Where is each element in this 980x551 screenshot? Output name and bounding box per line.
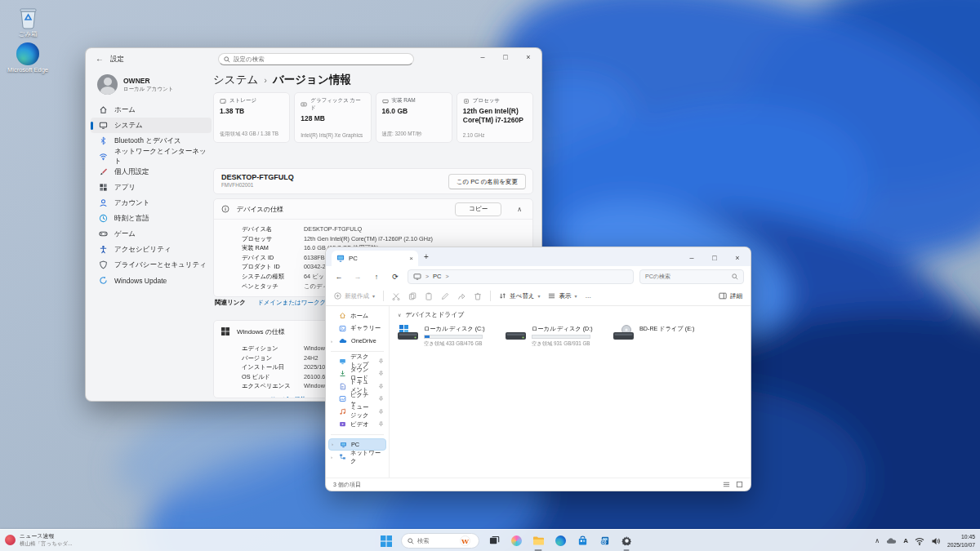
sidebar-item-music[interactable]: ミュージック (328, 406, 386, 419)
update-icon (99, 276, 108, 285)
drive-e-item[interactable]: BD-RE ドライブ (E:) (613, 325, 710, 348)
breadcrumb-pc[interactable]: PC (433, 273, 441, 280)
plus-circle-icon (334, 292, 341, 300)
explorer-minimize-button[interactable]: – (680, 249, 703, 267)
explorer-search-input[interactable] (645, 273, 728, 279)
storage-icon (220, 98, 226, 104)
settings-minimize-button[interactable]: – (471, 48, 494, 66)
breadcrumb-parent[interactable]: システム (213, 73, 258, 87)
desktop-icon-recycle-bin[interactable]: ごみ箱 (2, 5, 54, 38)
task-view-button[interactable] (487, 530, 501, 551)
settings-button[interactable] (619, 530, 634, 551)
view-button[interactable]: 表示 ▾ (548, 292, 577, 300)
tray-chevron-up-icon[interactable]: ∧ (875, 537, 880, 544)
sort-button[interactable]: 並べ替え ▾ (499, 292, 540, 300)
explorer-tab-pc[interactable]: PC × (332, 251, 418, 266)
copy-button[interactable]: コピー (455, 202, 501, 216)
new-tab-button[interactable]: + (424, 252, 429, 261)
explorer-search-box[interactable] (639, 269, 744, 284)
clock[interactable]: 10:45 2025/10/07 (947, 533, 975, 548)
explorer-toolbar: 新規作成 ▾ 並べ替え ▾ 表示 ▾ … 詳細 (326, 287, 751, 306)
sidebar-item-apps[interactable]: アプリ (91, 180, 212, 195)
chevron-right-icon: > (446, 273, 449, 279)
back-button[interactable]: ← (96, 54, 104, 63)
drive-c-item[interactable]: ローカル ディスク (C:) 空き領域 433 GB/476 GB (398, 325, 494, 348)
settings-nav: ホーム システム Bluetooth とデバイス ネットワークとインターネット … (91, 102, 212, 288)
caret-down-icon: ▾ (574, 293, 577, 299)
sidebar-item-privacy-security[interactable]: プライバシーとセキュリティ (91, 257, 212, 273)
copilot-button[interactable] (509, 530, 523, 551)
volume-tray-icon[interactable] (931, 537, 941, 545)
copy-icon[interactable] (408, 292, 416, 300)
pin-icon (378, 371, 384, 376)
edge-button[interactable] (553, 530, 568, 551)
nav-refresh-button[interactable]: ⟳ (389, 273, 402, 281)
sidebar-item-onedrive[interactable]: ›OneDrive (328, 335, 386, 348)
details-pane-button[interactable]: 詳細 (719, 292, 742, 300)
desktop-icon-edge[interactable]: Microsoft Edge (2, 42, 54, 73)
sidebar-item-accounts[interactable]: アカウント (91, 195, 212, 211)
search-highlight-icon: W (460, 535, 470, 546)
nav-back-button[interactable]: ← (332, 273, 345, 281)
tray-time: 10:45 (947, 533, 975, 540)
settings-search-box[interactable] (218, 53, 414, 65)
sidebar-item-personalization[interactable]: 個人用設定 (91, 164, 212, 180)
sidebar-item-label: ゲーム (114, 229, 136, 239)
thumbnail-view-icon[interactable] (736, 481, 743, 488)
cut-icon[interactable] (392, 292, 400, 300)
ime-indicator[interactable]: A (903, 537, 908, 544)
caret-down-icon: ▾ (372, 293, 375, 299)
explorer-close-button[interactable]: × (726, 249, 749, 267)
nav-up-button[interactable]: ↑ (370, 273, 383, 281)
settings-search-input[interactable] (234, 56, 408, 63)
sidebar-item-gallery[interactable]: ギャラリー (328, 322, 386, 335)
explorer-maximize-button[interactable]: □ (703, 249, 726, 267)
sidebar-item-time-language[interactable]: 時刻と言語 (91, 211, 212, 226)
sidebar-item-home[interactable]: ホーム (328, 309, 386, 322)
system-icon (99, 121, 108, 130)
sidebar-item-videos[interactable]: ビデオ (328, 418, 386, 431)
sidebar-item-system[interactable]: システム (91, 118, 212, 133)
user-avatar[interactable] (97, 74, 118, 95)
chevron-right-icon[interactable]: › (331, 339, 332, 344)
sidebar-item-network-internet[interactable]: ネットワークとインターネット (91, 149, 212, 164)
search-icon (224, 56, 230, 63)
share-icon[interactable] (457, 292, 466, 300)
list-view-icon[interactable] (723, 481, 730, 488)
group-header-devices-drives[interactable]: ∨ デバイスとドライブ (398, 310, 742, 319)
tab-close-icon[interactable]: × (409, 255, 413, 262)
sidebar-item-network[interactable]: ›ネットワーク (328, 451, 386, 464)
outlook-button[interactable] (597, 530, 612, 551)
chevron-down-icon[interactable]: ∨ (398, 312, 401, 318)
taskbar-search-input[interactable] (417, 537, 457, 544)
drive-d-item[interactable]: ローカル ディスク (D:) 空き領域 931 GB/931 GB (506, 325, 602, 348)
delete-icon[interactable] (474, 292, 482, 300)
chevron-right-icon[interactable]: › (332, 442, 333, 447)
chevron-up-icon[interactable]: ∧ (517, 206, 522, 213)
taskbar-search-box[interactable]: W (401, 533, 479, 549)
start-button[interactable] (379, 530, 394, 551)
settings-maximize-button[interactable]: □ (494, 48, 517, 66)
sidebar-item-accessibility[interactable]: アクセシビリティ (91, 242, 212, 257)
chevron-right-icon[interactable]: › (331, 455, 332, 460)
widgets-button[interactable]: ニュース速報 横山裕「言っちゃダ... (5, 532, 73, 548)
sidebar-item-home[interactable]: ホーム (91, 102, 212, 118)
desktop-icon-label: Microsoft Edge (7, 67, 48, 73)
wifi-tray-icon[interactable] (915, 537, 924, 545)
rename-pc-button[interactable]: この PC の名前を変更 (448, 174, 526, 189)
edge-icon (555, 535, 566, 546)
file-explorer-button[interactable] (531, 530, 546, 551)
settings-close-button[interactable]: × (517, 48, 540, 66)
onedrive-tray-icon[interactable] (886, 537, 897, 544)
nav-forward-button[interactable]: → (351, 273, 364, 281)
device-spec-title: デバイスの仕様 (237, 205, 283, 214)
more-button[interactable]: … (585, 292, 591, 300)
paste-icon[interactable] (425, 292, 433, 300)
sidebar-item-windows-update[interactable]: Windows Update (91, 273, 212, 288)
address-bar[interactable]: > PC > (408, 269, 634, 284)
new-item-button[interactable]: 新規作成 ▾ (334, 292, 375, 300)
sidebar-item-label: 個人用設定 (114, 167, 149, 177)
store-button[interactable] (575, 530, 590, 551)
rename-icon[interactable] (441, 292, 449, 300)
sidebar-item-gaming[interactable]: ゲーム (91, 226, 212, 242)
